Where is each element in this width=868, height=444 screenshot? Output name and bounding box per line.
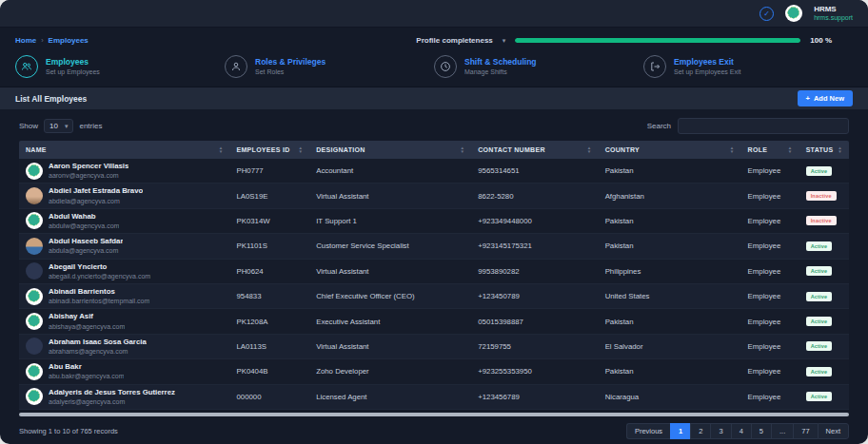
table-row[interactable]: Abishay Asif abishaya@agencyva.com PK120…	[19, 309, 849, 334]
employee-name: Abishay Asif	[49, 312, 125, 321]
employee-country: Pakistan	[599, 367, 741, 376]
employee-email: abishaya@agencyva.com	[49, 322, 125, 331]
table-row[interactable]: Aaron Spencer Villasis aaronv@agencyva.c…	[19, 159, 849, 183]
employee-email: abdulw@agencyva.com	[49, 222, 119, 230]
hrms-app: ✓ HRMS hrms.support Home › Employees Pro…	[0, 0, 868, 444]
employee-id: 954833	[229, 292, 309, 300]
sort-icon[interactable]: ▲▼	[587, 146, 592, 152]
next-page-button[interactable]: Next	[818, 423, 849, 439]
header-employees-id[interactable]: EMPLOYEES ID▲▼	[229, 146, 309, 153]
employee-contact: +923145175321	[471, 241, 598, 250]
hero-section: Home › Employees Profile completeness ▾ …	[0, 28, 868, 87]
employee-id: LA0S19E	[229, 192, 309, 201]
employee-id: PK1101S	[229, 241, 309, 250]
employee-contact: +123456789	[471, 393, 598, 401]
employee-name: Abegail Yncierto	[49, 262, 150, 272]
table-row[interactable]: Abdul Wahab abdulw@agencyva.com PK0314W …	[19, 209, 849, 234]
employee-role: Employee	[741, 318, 799, 326]
employee-contact: 05015398887	[471, 318, 598, 326]
entries-value: 10	[49, 122, 58, 130]
employee-email: abu.bakr@agencyva.com	[49, 372, 124, 380]
step-employees-exit[interactable]: Employees ExitSet up Employees Exit	[643, 55, 853, 78]
header-contact-number[interactable]: CONTACT NUMBER▲▼	[471, 146, 598, 153]
page-button[interactable]: ...	[771, 423, 793, 439]
progress-bar-fill	[515, 38, 800, 43]
chevron-down-icon: ▾	[65, 123, 69, 130]
avatar	[26, 238, 43, 255]
table-row[interactable]: Abinadi Barrientos abinadi.barrientos@te…	[19, 284, 849, 309]
step-subtitle: Set up Employees Exit	[674, 68, 740, 76]
breadcrumb-home[interactable]: Home	[15, 36, 36, 45]
table-row[interactable]: Abraham Isaac Sosa Garcia abrahams@agenc…	[19, 335, 849, 359]
setup-steps: EmployeesSet up Employees Roles & Privil…	[15, 55, 853, 87]
profile-completeness-label[interactable]: Profile completeness	[416, 36, 492, 45]
topbar: ✓ HRMS hrms.support	[0, 0, 868, 28]
status-badge: Inactive	[806, 216, 837, 225]
header-name[interactable]: NAME▲▼	[19, 146, 229, 153]
entries-select[interactable]: 10 ▾	[44, 119, 73, 133]
sort-icon[interactable]: ▲▼	[219, 146, 224, 152]
header-designation[interactable]: DESIGNATION▲▼	[309, 146, 471, 153]
step-title: Employees	[46, 57, 100, 68]
employee-id: PK0404B	[229, 367, 309, 376]
page-button[interactable]: 4	[731, 423, 751, 439]
status-badge: Active	[806, 292, 833, 301]
previous-page-button[interactable]: Previous	[626, 423, 670, 439]
employee-designation: Virtual Assistant	[309, 192, 471, 201]
brand-block[interactable]: HRMS hrms.support	[814, 5, 853, 22]
employee-designation: Executive Assistant	[309, 318, 471, 326]
checkmark-icon[interactable]: ✓	[760, 7, 774, 21]
avatar	[26, 187, 43, 204]
brand-subtitle: hrms.support	[814, 14, 853, 22]
employee-role: Employee	[741, 217, 799, 225]
page-button[interactable]: 2	[690, 423, 710, 439]
employee-country: Afghanistan	[599, 192, 741, 201]
page-button[interactable]: 3	[710, 423, 730, 439]
step-subtitle: Manage Shifts	[464, 68, 537, 76]
employee-role: Employee	[741, 292, 799, 300]
sort-icon[interactable]: ▲▼	[838, 146, 842, 152]
employee-role: Employee	[741, 367, 799, 376]
status-badge: Inactive	[806, 191, 837, 201]
employee-country: Philippines	[599, 267, 741, 276]
table-row[interactable]: Abdiel Jafet Estrada Bravo abdiela@agenc…	[19, 183, 849, 208]
employee-country: Pakistan	[599, 166, 741, 175]
panel-header: List All Employees + Add New	[0, 87, 868, 109]
avatar	[26, 388, 43, 405]
avatar	[26, 313, 43, 330]
header-status[interactable]: STATUS▲▼	[799, 146, 849, 153]
employee-contact: 72159755	[471, 342, 598, 351]
employee-designation: Virtual Assistant	[309, 342, 471, 351]
avatar[interactable]	[785, 5, 802, 22]
employee-country: United States	[599, 292, 741, 300]
page-button[interactable]: 5	[751, 423, 771, 439]
pagination: Previous12345...77Next	[626, 423, 849, 439]
employee-id: PH0777	[229, 166, 309, 175]
sort-icon[interactable]: ▲▼	[730, 146, 735, 152]
records-summary: Showing 1 to 10 of 765 records	[19, 427, 118, 435]
status-badge: Active	[806, 341, 833, 351]
search-input[interactable]	[678, 118, 849, 134]
table-footer: Showing 1 to 10 of 765 records Previous1…	[0, 416, 868, 444]
employee-contact: 9953890282	[471, 267, 598, 276]
sort-icon[interactable]: ▲▼	[298, 146, 303, 152]
sort-icon[interactable]: ▲▼	[460, 146, 464, 152]
step-shift-scheduling[interactable]: Shift & SchedulingManage Shifts	[434, 55, 643, 78]
sort-icon[interactable]: ▲▼	[788, 146, 793, 152]
table-row[interactable]: Abu Bakr abu.bakr@agencyva.com PK0404B Z…	[19, 359, 849, 384]
table-row[interactable]: Abdul Haseeb Safdar abdula@agencyva.com …	[19, 234, 849, 259]
table-row[interactable]: Adalyeris de Jesus Torres Gutierrez adal…	[19, 385, 849, 410]
employee-email: aaronv@agencyva.com	[49, 171, 128, 180]
page-button[interactable]: 77	[793, 423, 817, 439]
avatar	[26, 363, 43, 380]
header-role[interactable]: ROLE▲▼	[741, 146, 799, 153]
avatar	[26, 288, 43, 305]
table-row[interactable]: Abegail Yncierto abegail.d.yncierto@agen…	[19, 260, 849, 284]
add-new-button[interactable]: + Add New	[798, 90, 853, 106]
step-roles-privileges[interactable]: Roles & PrivilegesSet Roles	[225, 55, 434, 78]
avatar	[26, 163, 43, 180]
chevron-down-icon[interactable]: ▾	[503, 37, 506, 45]
step-employees[interactable]: EmployeesSet up Employees	[15, 55, 225, 78]
header-country[interactable]: COUNTRY▲▼	[599, 146, 741, 153]
page-button[interactable]: 1	[670, 423, 690, 439]
